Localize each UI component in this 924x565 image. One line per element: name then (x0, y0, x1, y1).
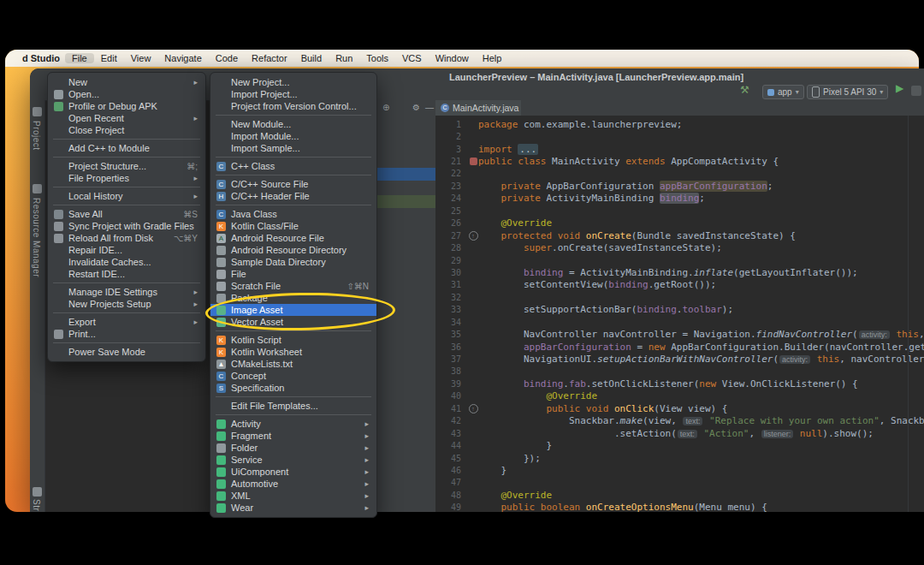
menu-item-android-resource-directory[interactable]: Android Resource Directory (210, 244, 376, 256)
code-text[interactable]: protected void onCreate(Bundle savedInst… (478, 230, 796, 241)
sidebar-item-structure[interactable]: Structure (32, 499, 41, 512)
tab-mainactivity[interactable]: C MainActivity.java (435, 100, 521, 116)
menu-item-import-module[interactable]: Import Module... (210, 130, 376, 142)
sidebar-item-project[interactable]: Project (32, 121, 41, 151)
code-text[interactable]: private ActivityMainBinding binding; (478, 193, 705, 204)
menubar-item-vcs[interactable]: VCS (395, 53, 429, 63)
menu-item-file-properties[interactable]: File Properties▸ (48, 172, 205, 184)
code-text[interactable]: @Override (478, 390, 597, 401)
menu-item-scratch-file[interactable]: Scratch File⇧⌘N (210, 280, 376, 292)
menu-item-sync-project-with-gradle-files[interactable]: Sync Project with Gradle Files (48, 220, 205, 232)
menu-item-save-all[interactable]: Save All⌘S (48, 208, 205, 220)
menu-item-print[interactable]: Print... (48, 328, 205, 340)
code-text[interactable]: public void onClick(View view) { (478, 403, 727, 414)
code-text[interactable]: setSupportActionBar(binding.toolbar); (478, 304, 733, 315)
menu-item-fragment[interactable]: Fragment▸ (210, 430, 376, 442)
toolbar-partial-icon[interactable] (911, 86, 921, 96)
menu-item-close-project[interactable]: Close Project (48, 124, 205, 136)
code-text[interactable]: setContentView(binding.getRoot()); (478, 279, 716, 290)
menubar-item-run[interactable]: Run (329, 53, 359, 63)
menu-item-sample-data-directory[interactable]: Sample Data Directory (210, 256, 376, 268)
menu-item-profile-or-debug-apk[interactable]: Profile or Debug APK (48, 100, 205, 112)
locate-file-icon[interactable]: ⊕ (382, 103, 389, 112)
override-gutter-icon[interactable]: ↑ (469, 231, 478, 241)
menu-item-java-class[interactable]: CJava Class (210, 208, 376, 220)
settings-gear-icon[interactable]: ⚙ (412, 103, 420, 112)
menu-item-new-module[interactable]: New Module... (210, 118, 376, 130)
code-text[interactable]: Snackbar.make(view, text: "Replace with … (478, 415, 924, 426)
code-text[interactable]: import ... (478, 144, 538, 155)
menu-item-kotlin-script[interactable]: KKotlin Script (210, 334, 376, 346)
menu-item-import-project[interactable]: Import Project... (210, 88, 376, 100)
menu-item-wear[interactable]: Wear▸ (210, 502, 376, 514)
code-text[interactable]: public class MainActivity extends AppCom… (478, 156, 779, 167)
structure-tool-icon[interactable] (33, 487, 42, 497)
menubar-item-help[interactable]: Help (476, 53, 509, 63)
menu-item-restart-ide[interactable]: Restart IDE... (48, 268, 205, 280)
menu-item-concept[interactable]: CConcept (210, 370, 376, 382)
menu-item-c-c-source-file[interactable]: CC/C++ Source File (210, 178, 376, 190)
menu-item-c-c-header-file[interactable]: HC/C++ Header File (210, 190, 376, 202)
menubar-item-code[interactable]: Code (209, 53, 245, 63)
menubar-item-file[interactable]: File (65, 53, 94, 63)
code-text[interactable]: binding = ActivityMainBinding.inflate(ge… (478, 267, 858, 278)
menu-item-new[interactable]: New▸ (48, 76, 205, 88)
menubar-item-build[interactable]: Build (294, 53, 329, 63)
menu-item-add-c-to-module[interactable]: Add C++ to Module (48, 142, 205, 154)
code-text[interactable]: package com.example.launcherpreview; (478, 119, 682, 130)
menubar-item-navigate[interactable]: Navigate (157, 53, 208, 63)
code-text[interactable]: } (478, 440, 552, 451)
code-editor[interactable]: 1package com.example.launcherpreview;23i… (435, 116, 924, 512)
build-hammer-icon[interactable]: ⚒ (740, 84, 749, 96)
menu-item-import-sample[interactable]: Import Sample... (210, 142, 376, 154)
menu-item-service[interactable]: Service▸ (210, 454, 376, 466)
menu-item-local-history[interactable]: Local History▸ (48, 190, 205, 202)
code-text[interactable]: .setAction(text: "Action", listener: nul… (478, 428, 874, 439)
menu-item-automotive[interactable]: Automotive▸ (210, 478, 376, 490)
menubar-item-edit[interactable]: Edit (94, 53, 124, 63)
code-text[interactable]: @Override (478, 490, 552, 501)
menu-item-new-project[interactable]: New Project... (210, 76, 376, 88)
menu-item-xml[interactable]: XML▸ (210, 490, 376, 502)
menu-item-new-projects-setup[interactable]: New Projects Setup▸ (48, 298, 205, 310)
menu-item-manage-ide-settings[interactable]: Manage IDE Settings▸ (48, 286, 205, 298)
menu-item-package[interactable]: Package (210, 292, 376, 304)
menu-item-project-structure[interactable]: Project Structure...⌘; (48, 160, 205, 172)
menu-item-export[interactable]: Export▸ (48, 316, 205, 328)
code-text[interactable]: public boolean onCreateOptionsMenu(Menu … (478, 502, 767, 512)
menu-item-android-resource-file[interactable]: AAndroid Resource File (210, 232, 376, 244)
menubar-item-view[interactable]: View (124, 53, 158, 63)
run-config-selector[interactable]: app ▾ (762, 85, 804, 99)
code-text[interactable]: NavController navController = Navigation… (478, 329, 924, 340)
menu-item-folder[interactable]: Folder▸ (210, 442, 376, 454)
menu-item-reload-all-from-disk[interactable]: Reload All from Disk⌥⌘Y (48, 232, 205, 244)
menubar-item-refactor[interactable]: Refactor (245, 53, 294, 63)
menubar-item-tools[interactable]: Tools (359, 53, 395, 63)
run-button[interactable]: ▶ (896, 82, 903, 94)
menu-item-cmakelists-txt[interactable]: ▲CMakeLists.txt (210, 358, 376, 370)
menu-item-project-from-version-control[interactable]: Project from Version Control... (210, 100, 376, 112)
menu-item-uicomponent[interactable]: UiComponent▸ (210, 466, 376, 478)
menubar-app-name[interactable]: d Studio (17, 53, 65, 63)
device-selector[interactable]: Pixel 5 API 30 ▾ (807, 85, 888, 99)
menu-item-activity[interactable]: Activity▸ (210, 418, 376, 430)
menu-item-open-recent[interactable]: Open Recent▸ (48, 112, 205, 124)
menubar-item-window[interactable]: Window (429, 53, 476, 63)
code-text[interactable]: NavigationUI.setupActionBarWithNavContro… (478, 354, 924, 365)
menu-item-edit-file-templates[interactable]: Edit File Templates... (210, 400, 376, 412)
menu-item-open[interactable]: Open... (48, 88, 205, 100)
resource-manager-tool-icon[interactable] (33, 184, 42, 193)
code-text[interactable]: super.onCreate(savedInstanceState); (478, 242, 722, 253)
hide-panel-icon[interactable]: — (425, 103, 434, 112)
menu-item-c-class[interactable]: CC++ Class (210, 160, 376, 172)
menu-item-kotlin-worksheet[interactable]: KKotlin Worksheet (210, 346, 376, 358)
project-tool-icon[interactable] (33, 107, 42, 116)
class-gutter-icon[interactable] (470, 158, 477, 165)
override-gutter-icon[interactable]: ↑ (469, 404, 478, 413)
menu-item-kotlin-class-file[interactable]: KKotlin Class/File (210, 220, 376, 232)
code-text[interactable]: } (478, 465, 506, 476)
code-text[interactable]: }); (478, 453, 541, 464)
code-text[interactable]: appBarConfiguration = new AppBarConfigur… (478, 342, 924, 353)
menu-item-specification[interactable]: SSpecification (210, 382, 376, 394)
menu-item-power-save-mode[interactable]: Power Save Mode (48, 346, 205, 358)
